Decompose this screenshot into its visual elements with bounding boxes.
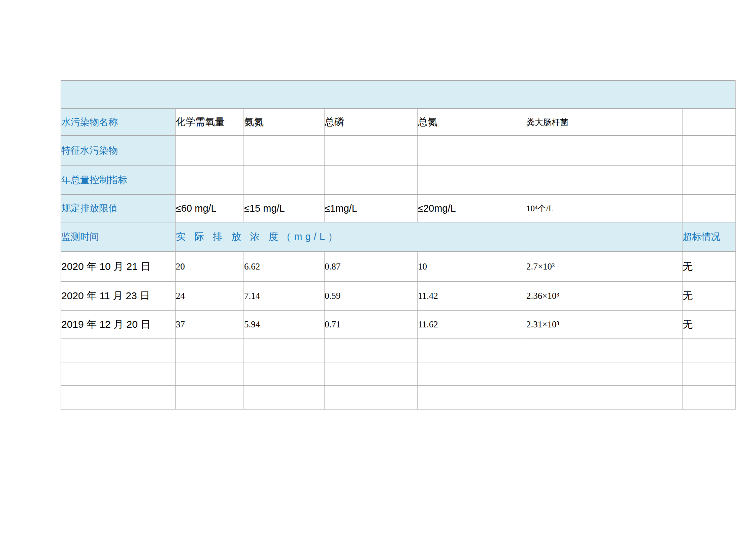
value-cod: 20 bbox=[175, 252, 244, 281]
annual-total-control-label: 年总量控制指标 bbox=[61, 165, 175, 194]
empty-cell bbox=[526, 136, 682, 165]
value-total-phosphorus: 0.59 bbox=[324, 281, 418, 310]
empty-cell bbox=[61, 385, 175, 409]
monitor-date: 2020 年 11 月 23 日 bbox=[61, 281, 175, 310]
empty-cell bbox=[324, 165, 418, 194]
pollutant-total-phosphorus: 总磷 bbox=[324, 109, 418, 136]
value-ammonia-nitrogen: 5.94 bbox=[244, 310, 324, 339]
table-row: 2020 年 10 月 21 日 20 6.62 0.87 10 2.7×10³… bbox=[61, 252, 735, 281]
empty-cell bbox=[682, 165, 735, 194]
monitor-time-label: 监测时间 bbox=[61, 222, 175, 252]
empty-cell bbox=[418, 362, 526, 385]
empty-cell bbox=[324, 385, 418, 409]
actual-concentration-header: 实 际 排 放 浓 度（mg/L） bbox=[175, 222, 682, 252]
pollutant-fecal-coliform: 粪大肠杆菌 bbox=[526, 109, 682, 136]
empty-cell bbox=[682, 362, 735, 385]
table-row bbox=[61, 339, 735, 362]
document-page: { "page": { "background": "#ffffff" }, "… bbox=[0, 0, 756, 534]
value-total-phosphorus: 0.71 bbox=[324, 310, 418, 339]
exceed-status: 无 bbox=[682, 310, 735, 339]
top-header-band bbox=[61, 80, 735, 109]
empty-cell bbox=[244, 385, 324, 409]
empty-cell bbox=[324, 362, 418, 385]
limit-cod: ≤60 mg/L bbox=[175, 194, 244, 222]
empty-cell bbox=[324, 136, 418, 165]
value-fecal-coliform: 2.31×10³ bbox=[526, 310, 682, 339]
empty-cell bbox=[418, 136, 526, 165]
empty-cell bbox=[244, 136, 324, 165]
pollutant-name-label: 水污染物名称 bbox=[61, 109, 175, 136]
limit-total-phosphorus: ≤1mg/L bbox=[324, 194, 418, 222]
table-row bbox=[61, 385, 735, 409]
limit-fecal-coliform: 10⁴个/L bbox=[526, 194, 682, 222]
pollutant-ammonia-nitrogen: 氨氮 bbox=[244, 109, 324, 136]
characteristic-pollutant-label: 特征水污染物 bbox=[61, 136, 175, 165]
value-total-nitrogen: 11.62 bbox=[418, 310, 526, 339]
value-ammonia-nitrogen: 7.14 bbox=[244, 281, 324, 310]
empty-cell bbox=[244, 362, 324, 385]
monitor-date: 2020 年 10 月 21 日 bbox=[61, 252, 175, 281]
value-fecal-coliform: 2.7×10³ bbox=[526, 252, 682, 281]
empty-cell bbox=[682, 136, 735, 165]
empty-cell bbox=[61, 362, 175, 385]
empty-cell bbox=[61, 339, 175, 362]
empty-cell bbox=[418, 339, 526, 362]
exceed-status-header: 超标情况 bbox=[682, 222, 735, 252]
value-fecal-coliform: 2.36×10³ bbox=[526, 281, 682, 310]
empty-cell bbox=[526, 165, 682, 194]
exceed-status: 无 bbox=[682, 252, 735, 281]
table-row bbox=[61, 362, 735, 385]
empty-cell bbox=[175, 385, 244, 409]
value-cod: 37 bbox=[175, 310, 244, 339]
monitor-date: 2019 年 12 月 20 日 bbox=[61, 310, 175, 339]
pollutant-total-nitrogen: 总氮 bbox=[418, 109, 526, 136]
limit-total-nitrogen: ≤20mg/L bbox=[418, 194, 526, 222]
table-row: 2019 年 12 月 20 日 37 5.94 0.71 11.62 2.31… bbox=[61, 310, 735, 339]
empty-cell bbox=[682, 194, 735, 222]
empty-cell bbox=[526, 362, 682, 385]
empty-cell bbox=[526, 339, 682, 362]
empty-cell bbox=[175, 136, 244, 165]
value-ammonia-nitrogen: 6.62 bbox=[244, 252, 324, 281]
value-total-nitrogen: 10 bbox=[418, 252, 526, 281]
pollutant-monitoring-table: 水污染物名称 化学需氧量 氨氮 总磷 总氮 粪大肠杆菌 特征水污染物 年总量控制… bbox=[61, 80, 736, 410]
empty-cell bbox=[682, 339, 735, 362]
empty-cell bbox=[526, 385, 682, 409]
empty-cell bbox=[418, 165, 526, 194]
empty-cell bbox=[682, 385, 735, 409]
empty-cell bbox=[324, 339, 418, 362]
empty-cell bbox=[175, 165, 244, 194]
empty-cell bbox=[175, 339, 244, 362]
value-total-nitrogen: 11.42 bbox=[418, 281, 526, 310]
limit-ammonia-nitrogen: ≤15 mg/L bbox=[244, 194, 324, 222]
empty-cell bbox=[244, 339, 324, 362]
emission-limit-label: 规定排放限值 bbox=[61, 194, 175, 222]
exceed-status: 无 bbox=[682, 281, 735, 310]
empty-cell bbox=[175, 362, 244, 385]
pollutant-cod: 化学需氧量 bbox=[175, 109, 244, 136]
value-total-phosphorus: 0.87 bbox=[324, 252, 418, 281]
table-row: 2020 年 11 月 23 日 24 7.14 0.59 11.42 2.36… bbox=[61, 281, 735, 310]
value-cod: 24 bbox=[175, 281, 244, 310]
pollutant-empty-cell bbox=[682, 109, 735, 136]
empty-cell bbox=[244, 165, 324, 194]
empty-cell bbox=[418, 385, 526, 409]
